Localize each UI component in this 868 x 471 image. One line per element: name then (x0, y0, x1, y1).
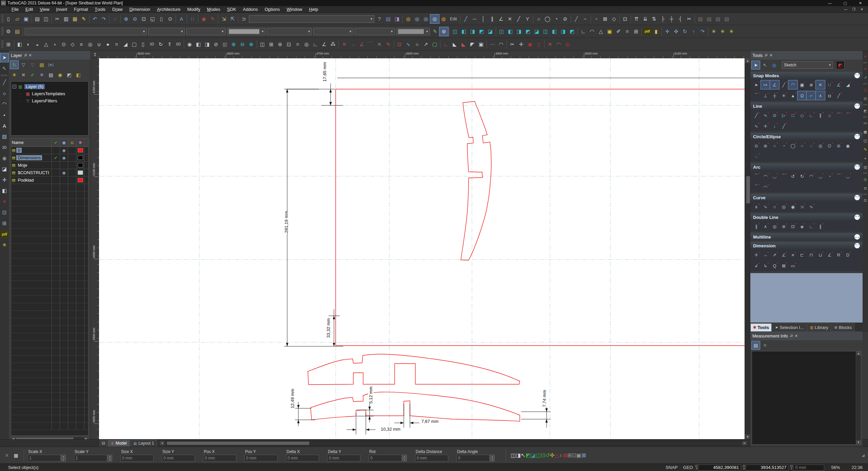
extrude-3d-icon[interactable]: ⇑ (165, 40, 174, 49)
copy-icon[interactable]: ▥ (62, 15, 71, 23)
zoom-extents-icon[interactable]: ◱ (148, 15, 157, 23)
line-single-icon[interactable]: ╱ (752, 111, 761, 120)
chamfer-2-icon[interactable]: ◣ (459, 40, 468, 49)
layer-visible-cell[interactable]: ◉ (60, 169, 68, 176)
boolean-int-cyan-icon[interactable]: ⊗ (247, 40, 256, 49)
layer-visible-cell[interactable] (60, 177, 68, 184)
menu-sdk[interactable]: SDK (224, 6, 240, 13)
tree-expander-icon[interactable]: − (13, 85, 16, 88)
view-nw-icon[interactable]: ◩ (524, 27, 532, 36)
snap-magnetic-icon[interactable]: Ω (797, 91, 807, 100)
arc-tangent-icon[interactable]: ⌒ (779, 172, 788, 181)
snap-intersection-icon[interactable]: ✕ (816, 80, 825, 89)
rectangle-icon[interactable]: □ (788, 111, 797, 120)
reference-book-icon[interactable]: ▤ (384, 15, 393, 23)
chevron-down-icon[interactable]: ▼ (260, 30, 265, 33)
snap-aperture-icon[interactable]: ◘ (825, 91, 834, 100)
new-from-template-icon[interactable]: ✳ (0, 241, 8, 249)
symbol-search-combo[interactable]: ▼ (249, 15, 374, 23)
stamp-tool-icon[interactable]: ▣ (477, 40, 486, 49)
chamfer-3-icon[interactable]: ◤ (468, 40, 477, 49)
layer-name[interactable]: $CONSTRUCTI (16, 170, 50, 175)
pin-icon[interactable]: ⚲ (789, 333, 794, 339)
double-line-icon[interactable]: ∥ (752, 222, 761, 231)
publish-pdf-icon[interactable]: pdf (643, 27, 652, 36)
move-tool-icon[interactable]: ✛ (663, 27, 672, 36)
layer-select-icon[interactable]: ✳ (38, 71, 46, 79)
ib-fill-mode-icon[interactable]: ◩ (526, 452, 531, 458)
layer-stack-2-icon[interactable]: ▤ (705, 15, 714, 23)
select-pointer-icon[interactable]: ➤ (0, 53, 8, 62)
angle-line-tool-icon[interactable]: ∠ (497, 15, 506, 23)
layer-manager-icon[interactable]: ▤ (13, 27, 22, 36)
chevron-down-icon[interactable]: ▼ (369, 17, 374, 21)
close-button[interactable]: ✕ (853, 1, 868, 5)
ellipse-rotated-icon[interactable]: ◌ (807, 141, 816, 150)
snap-quadrant-icon[interactable]: ▣ (797, 80, 807, 89)
view-axo-1-icon[interactable]: ◧ (550, 27, 559, 36)
drag-handle[interactable] (863, 116, 867, 118)
parallel-line-icon[interactable]: ∥ (816, 111, 825, 120)
double-circle-icon[interactable]: ◎ (770, 222, 779, 231)
spinner[interactable]: ▲▼ (490, 455, 495, 462)
collapse-chevron-icon[interactable]: ⌃⌃ (854, 134, 860, 139)
ib-fill-2-icon[interactable]: ◪ (531, 452, 536, 458)
fill-style-combo[interactable]: ▼ (267, 28, 312, 35)
extend-tool-icon[interactable]: → (349, 40, 357, 49)
menu-modify[interactable]: Modify (184, 6, 203, 13)
spiral-2-icon[interactable]: ◉ (788, 202, 797, 211)
angle-select-icon[interactable]: ∠ (320, 40, 329, 49)
grid-plane-3d-icon[interactable]: ⌗ (112, 40, 121, 49)
minimize-button[interactable]: — (822, 1, 837, 5)
close-icon[interactable]: ✕ (769, 53, 772, 58)
stack-3d-icon[interactable]: ≡ (77, 40, 86, 49)
save-file-icon[interactable]: ▣ (22, 15, 31, 23)
snap-mode-1-icon[interactable]: ◎ (404, 15, 413, 23)
tangent-2arc-line-icon[interactable]: ⌒ (843, 111, 852, 120)
measure-table-icon[interactable]: ⊞ (632, 27, 640, 36)
calculator-icon[interactable]: ⌗ (623, 27, 632, 36)
view-se-icon[interactable]: ◪ (532, 27, 541, 36)
dim-linear-icon[interactable]: ↔ (761, 250, 770, 259)
extrude-up-tool-icon[interactable]: ↑ (689, 27, 698, 36)
dim-rotated-icon[interactable]: ∠ (779, 250, 788, 259)
color-combo[interactable]: ▼ (227, 28, 265, 35)
scroll-down-icon[interactable]: ▼ (856, 440, 861, 444)
zoom-selection-icon[interactable]: ⊙ (166, 15, 175, 23)
drag-handle[interactable] (863, 62, 867, 63)
x-coordinate-field[interactable]: 4582,390081 (698, 465, 741, 471)
parallel-tool-icon[interactable]: ∥ (488, 15, 497, 23)
layer-check-cell[interactable] (52, 162, 60, 169)
copy-object-icon[interactable]: ◫ (258, 40, 267, 49)
spell-check-icon[interactable]: A (177, 15, 186, 23)
perpendicular-line-icon[interactable]: ∟ (807, 111, 816, 120)
style-pen-icon[interactable]: ✎ (431, 27, 439, 36)
layer-color-cell[interactable] (76, 162, 84, 169)
dim-style-combo[interactable]: ▼ (355, 28, 395, 35)
double-polyline-icon[interactable]: ∧ (761, 222, 770, 231)
layer-row[interactable]: ▤0◉ (11, 147, 88, 154)
menu-drag-handle[interactable]: ⋮⋮ (0, 8, 8, 11)
array-polar-2-icon[interactable]: ◎ (302, 40, 311, 49)
spinner[interactable]: ▲▼ (107, 455, 112, 462)
circle-tool-qm-icon[interactable]: ○ (534, 15, 543, 23)
copy-red-icon[interactable]: ◫ (863, 86, 868, 94)
snap-angle-icon[interactable]: ∧ (816, 91, 825, 100)
dim-angular-icon[interactable]: ∠ (825, 250, 834, 259)
select-window-2-icon[interactable]: ⊞ (0, 219, 8, 228)
order-swap-icon[interactable]: ⇅ (650, 15, 658, 23)
style-swatch-icon[interactable]: ◩ (836, 61, 844, 69)
palette-tab-tools[interactable]: ✱Tools (750, 323, 772, 331)
undo-icon[interactable]: ↶ (91, 15, 99, 23)
line-tool-qm-icon[interactable]: ╱ (461, 15, 470, 23)
import-file-icon[interactable]: ⇲ (219, 15, 228, 23)
maximize-button[interactable]: ▢ (837, 1, 853, 5)
pdf-options-icon[interactable]: ▮ (652, 27, 660, 36)
line-tool-icon[interactable]: ╱ (0, 78, 8, 87)
arc-quadrant-icon[interactable]: ◔ (825, 172, 834, 181)
field-input[interactable]: 0 mm (415, 455, 448, 462)
bring-front-icon[interactable]: ⇈ (632, 15, 641, 23)
snap-mode-ortho-icon[interactable]: ◍ (439, 15, 448, 23)
chamfer-1-icon[interactable]: ◣ (450, 40, 459, 49)
view-back-icon[interactable]: ◨ (468, 27, 477, 36)
